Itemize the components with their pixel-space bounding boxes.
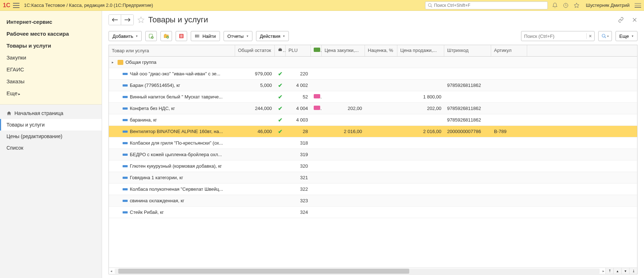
item-icon — [123, 177, 128, 179]
item-icon — [123, 96, 128, 98]
col-stock[interactable]: Общий остаток — [235, 45, 275, 56]
expand-icon[interactable]: ▸ — [112, 60, 115, 64]
list-button[interactable] — [176, 31, 187, 41]
check-icon: ✔ — [278, 94, 283, 100]
go-down-button[interactable]: ▾ — [621, 268, 629, 274]
history-icon[interactable] — [563, 3, 569, 8]
table-row[interactable]: Стейк Рибай, кг324 — [109, 207, 637, 218]
table-group-row[interactable]: ▸Общая группа — [109, 57, 637, 68]
table-row[interactable]: Чай ооо "диас-эко" "иван-чай-иван" с зе.… — [109, 68, 637, 80]
table-row[interactable]: Баран (7796514654), кг5,000✔4 0029785926… — [109, 80, 637, 91]
cell-plu: 323 — [286, 198, 311, 203]
sidebar-tab-label: Цены (редактирование) — [6, 133, 62, 139]
go-up-button[interactable]: ▴ — [613, 268, 621, 274]
table-header: Товар или услуга Общий остаток PLU Цена … — [109, 45, 637, 57]
cell-name: Колбаса полукопченая "Сервелат Швейц... — [130, 186, 223, 192]
favorite-star-icon[interactable] — [137, 16, 145, 23]
table-search-input[interactable] — [521, 34, 586, 39]
sidebar-tab-label: Товары и услуги — [6, 122, 45, 128]
table-row[interactable]: Вентилятор BINATONE ALPINE 160вт, на...4… — [109, 126, 637, 137]
sidebar-nav-item-5[interactable]: Заказы — [0, 75, 102, 87]
copy-item-button[interactable] — [145, 31, 157, 41]
goto-bottom-button[interactable]: ⤓ — [629, 268, 637, 274]
cell-stock: 5,000 — [235, 83, 275, 88]
table-row[interactable]: Винный напиток белый " Мускат тавриче...… — [109, 91, 637, 103]
cell-plu: 319 — [286, 152, 311, 157]
nav-back-button[interactable] — [109, 15, 121, 25]
col-sell[interactable]: Цена продажи,... — [397, 45, 444, 56]
sidebar-nav-item-0[interactable]: Интернет-сервис — [0, 16, 102, 28]
find-button[interactable]: Найти — [191, 31, 220, 41]
bell-icon[interactable] — [552, 3, 558, 8]
table-row[interactable]: Глютен кукурузный (кормовая добавка), кг… — [109, 160, 637, 172]
close-icon[interactable] — [632, 17, 638, 23]
add-folder-button[interactable] — [160, 31, 172, 41]
col-markup[interactable]: Наценка, % — [365, 45, 397, 56]
arrow-right-icon — [124, 18, 131, 22]
cell-stock: 979,000 — [235, 71, 275, 76]
goto-top-button[interactable]: ⤒ — [605, 268, 613, 274]
col-barcode[interactable]: Штрихкод — [444, 45, 491, 56]
cell-check: ✔ — [275, 105, 286, 112]
star-icon[interactable] — [574, 3, 579, 8]
clear-search-button[interactable]: × — [586, 33, 594, 39]
sidebar-tab-label: Начальная страница — [14, 110, 63, 116]
col-buy[interactable]: Цена закупки,... — [322, 45, 365, 56]
cell-name: Вентилятор BINATONE ALPINE 160вт, на... — [130, 129, 223, 134]
reports-button[interactable]: Отчеты — [224, 31, 252, 41]
cell-name: свинина охлажденная, кг — [130, 198, 184, 203]
col-article[interactable]: Артикул — [491, 45, 527, 56]
global-search-input[interactable] — [434, 3, 545, 8]
folder-icon — [118, 60, 123, 65]
table-row[interactable]: БЕДРО с кожей цыпленка-бройлера охл...31… — [109, 149, 637, 160]
cell-money-flag — [311, 94, 322, 100]
user-name[interactable]: Шустерняк Дмитрий — [586, 3, 630, 8]
nav-forward-button[interactable] — [121, 15, 133, 25]
sidebar-nav-item-3[interactable]: Закупки — [0, 52, 102, 63]
sidebar-tab-3[interactable]: Список — [0, 142, 102, 154]
svg-marker-3 — [574, 3, 579, 8]
sidebar-nav-item-4[interactable]: ЕГАИС — [0, 63, 102, 75]
table-row[interactable]: Колбаски для гриля "По-крестьянски" (ох.… — [109, 137, 637, 149]
more-button[interactable]: Еще — [616, 31, 638, 41]
table-row[interactable]: свинина охлажденная, кг323 — [109, 195, 637, 207]
h-scrollbar[interactable] — [115, 269, 600, 274]
col-plu[interactable]: PLU — [286, 45, 311, 56]
link-icon[interactable] — [618, 17, 624, 23]
cell-plu: 318 — [286, 140, 311, 146]
sidebar-tab-1[interactable]: Товары и услуги — [0, 119, 102, 131]
table-body: ▸Общая группаЧай ооо "диас-эко" "иван-ча… — [109, 57, 637, 268]
sidebar-nav-item-1[interactable]: Рабочее место кассира — [0, 28, 102, 40]
cell-sell: 2 016,00 — [397, 129, 444, 134]
table-row[interactable]: Конфета без НДС, кг244,000✔4 004202,0020… — [109, 103, 637, 114]
table-row[interactable]: баранина, кг✔4 0039785926811862 — [109, 114, 637, 126]
global-search[interactable] — [425, 1, 548, 9]
cell-plu: 322 — [286, 186, 311, 192]
table-row[interactable]: Говядина 1 категории, кг321 — [109, 172, 637, 184]
sidebar-nav-item-6[interactable]: Еще — [0, 87, 102, 99]
cell-barcode: 9785926811862 — [444, 106, 491, 111]
topbar: 1C 1С:Касса Тестовое / Касса, редакция 2… — [0, 0, 644, 11]
sidebar-nav-item-2[interactable]: Товары и услуги — [0, 40, 102, 52]
col-name[interactable]: Товар или услуга — [109, 45, 235, 56]
settings-menu-icon[interactable] — [635, 3, 641, 8]
scroll-left-icon[interactable]: ◂ — [109, 269, 113, 273]
table-row[interactable]: Колбаса полукопченая "Сервелат Швейц...3… — [109, 184, 637, 195]
scroll-right-icon[interactable]: ▸ — [601, 269, 605, 273]
cell-plu: 4 004 — [286, 106, 311, 111]
sidebar-tab-0[interactable]: Начальная страница — [0, 107, 102, 119]
hamburger-icon[interactable] — [13, 3, 19, 8]
actions-button[interactable]: Действия — [256, 31, 289, 41]
cell-check: ✔ — [275, 128, 286, 135]
sidebar-tab-2[interactable]: Цены (редактирование) — [0, 131, 102, 142]
add-button[interactable]: Добавить — [109, 31, 142, 41]
search-go-button[interactable] — [598, 31, 612, 41]
col-print-icon[interactable] — [275, 45, 286, 56]
copy-plus-icon — [148, 33, 154, 39]
main-area: Товары и услуги Добавить Найти Отчеты Де… — [102, 11, 644, 278]
cell-name: баранина, кг — [130, 117, 157, 123]
group-label: Общая группа — [125, 59, 156, 65]
money-icon — [314, 106, 320, 110]
cell-name: Конфета без НДС, кг — [130, 106, 175, 111]
col-money-icon[interactable] — [311, 45, 322, 56]
